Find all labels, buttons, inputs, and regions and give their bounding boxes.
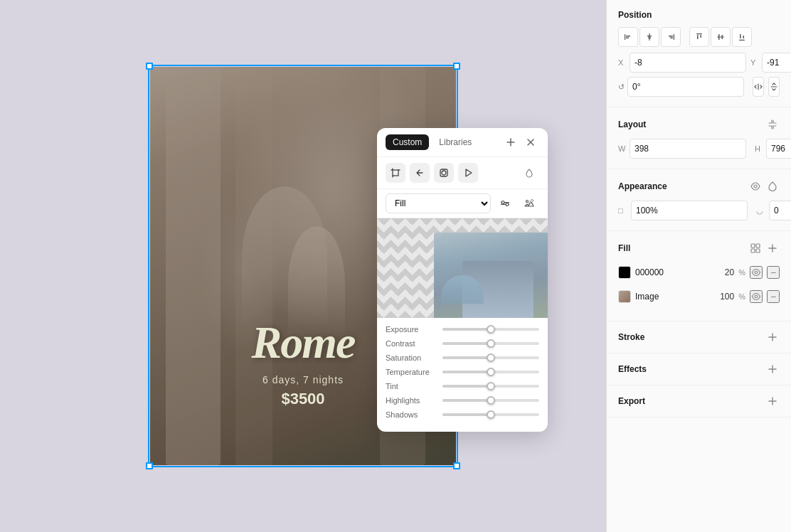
layout-section: Layout W H	[607, 107, 791, 169]
sliders-area: Exposure Contrast Saturation	[377, 318, 548, 432]
saturation-row: Saturation	[386, 353, 539, 362]
svg-rect-19	[697, 35, 699, 39]
contrast-label: Contrast	[386, 339, 437, 348]
panel-tabs-row: Custom Libraries	[377, 128, 548, 157]
svg-rect-31	[756, 249, 760, 252]
exposure-row: Exposure	[386, 325, 539, 334]
saturation-track[interactable]	[442, 356, 539, 359]
align-bottom-btn[interactable]	[732, 27, 752, 47]
opacity-input[interactable]	[631, 201, 748, 220]
svg-rect-12	[649, 33, 649, 41]
mask-icon-btn[interactable]	[434, 163, 454, 183]
contrast-row: Contrast	[386, 339, 539, 348]
svg-rect-0	[393, 170, 398, 176]
svg-rect-23	[722, 35, 723, 39]
contrast-track[interactable]	[442, 342, 539, 345]
fill-image-visibility-btn[interactable]	[750, 290, 763, 303]
appearance-section-header: Appearance	[618, 179, 780, 193]
image-swatch[interactable]	[618, 290, 631, 303]
svg-rect-21	[717, 36, 724, 37]
image-preview-area	[377, 218, 548, 318]
fill-item-color: 000000 20 % −	[618, 262, 780, 282]
wh-input-row: W H	[618, 139, 780, 159]
exposure-label: Exposure	[386, 325, 437, 334]
fill-image-remove-btn[interactable]: −	[767, 290, 780, 303]
fill-section-header: Fill	[618, 241, 780, 255]
svg-rect-18	[696, 33, 702, 34]
tab-libraries[interactable]: Libraries	[432, 134, 479, 150]
svg-point-33	[755, 295, 758, 298]
y-input[interactable]	[762, 53, 791, 73]
fill-color-visibility-btn[interactable]	[750, 266, 763, 279]
fill-grid-btn[interactable]	[748, 241, 763, 255]
fill-item-image: Image 100 % −	[618, 287, 780, 307]
w-input-group: W	[618, 139, 746, 159]
effects-title: Effects	[618, 364, 647, 374]
fill-image-unit: %	[738, 292, 745, 301]
radius-input-group: ◡	[756, 201, 791, 220]
export-add-btn[interactable]	[765, 394, 780, 408]
svg-rect-24	[739, 40, 745, 41]
fill-color-remove-btn[interactable]: −	[767, 266, 780, 279]
appearance-title: Appearance	[618, 181, 667, 191]
shadows-row: Shadows	[386, 410, 539, 419]
tint-track[interactable]	[442, 385, 539, 388]
svg-point-32	[755, 271, 758, 274]
fill-mode-select[interactable]: Fill Fit Stretch Tile	[386, 193, 491, 213]
w-input[interactable]	[630, 139, 746, 159]
svg-rect-11	[626, 38, 629, 39]
svg-rect-15	[674, 34, 674, 40]
align-top-btn[interactable]	[689, 27, 709, 47]
align-center-v-btn[interactable]	[711, 27, 731, 47]
tab-custom[interactable]: Custom	[386, 134, 429, 150]
crop-adjust-btn[interactable]	[495, 193, 515, 213]
flip-v-btn[interactable]	[768, 77, 780, 97]
shadows-track[interactable]	[442, 413, 539, 416]
appearance-opacity-btn[interactable]	[765, 179, 780, 193]
radius-input[interactable]	[769, 201, 791, 220]
align-right-btn[interactable]	[661, 27, 681, 47]
svg-marker-3	[466, 169, 472, 176]
effects-add-btn[interactable]	[765, 362, 780, 376]
h-input[interactable]	[766, 139, 791, 159]
position-section-header: Position	[618, 10, 780, 20]
fill-image-label: Image	[635, 292, 710, 302]
saturation-label: Saturation	[386, 353, 437, 362]
align-row-top	[618, 27, 780, 47]
image-edit-btn[interactable]	[519, 193, 539, 213]
tint-row: Tint	[386, 382, 539, 390]
temperature-track[interactable]	[442, 371, 539, 373]
stroke-section[interactable]: Stroke	[607, 321, 791, 353]
export-section[interactable]: Export	[607, 385, 791, 417]
shadows-label: Shadows	[386, 410, 437, 419]
add-icon[interactable]	[502, 134, 519, 151]
svg-rect-26	[743, 36, 745, 38]
svg-point-6	[501, 201, 504, 204]
svg-point-7	[506, 203, 509, 206]
exposure-track[interactable]	[442, 328, 539, 331]
water-drop-icon-btn[interactable]	[519, 163, 539, 183]
layout-expand-btn[interactable]	[765, 117, 780, 132]
canvas-area: Rome 6 days, 7 nights $3500 Custom Libra…	[0, 0, 606, 532]
x-input[interactable]	[630, 53, 746, 73]
fill-add-btn[interactable]	[765, 241, 780, 255]
appearance-visibility-btn[interactable]	[748, 179, 763, 193]
image-preview-actual	[434, 233, 548, 318]
align-center-h-btn[interactable]	[639, 27, 659, 47]
fill-color-opacity: 20	[714, 267, 734, 277]
color-swatch-black[interactable]	[618, 266, 631, 279]
stroke-add-btn[interactable]	[765, 330, 780, 344]
crop-icon-btn[interactable]	[386, 163, 405, 183]
effects-section[interactable]: Effects	[607, 353, 791, 385]
svg-rect-17	[670, 38, 673, 39]
y-input-group: Y	[750, 53, 791, 73]
highlights-track[interactable]	[442, 399, 539, 402]
flip-icon-btn[interactable]	[410, 163, 430, 183]
svg-rect-9	[625, 34, 625, 40]
close-icon[interactable]	[522, 134, 539, 151]
flip-h-btn[interactable]	[753, 77, 764, 97]
svg-rect-14	[648, 38, 651, 39]
rotation-input[interactable]	[627, 77, 744, 97]
align-left-btn[interactable]	[618, 27, 638, 47]
play-icon-btn[interactable]	[458, 163, 478, 183]
